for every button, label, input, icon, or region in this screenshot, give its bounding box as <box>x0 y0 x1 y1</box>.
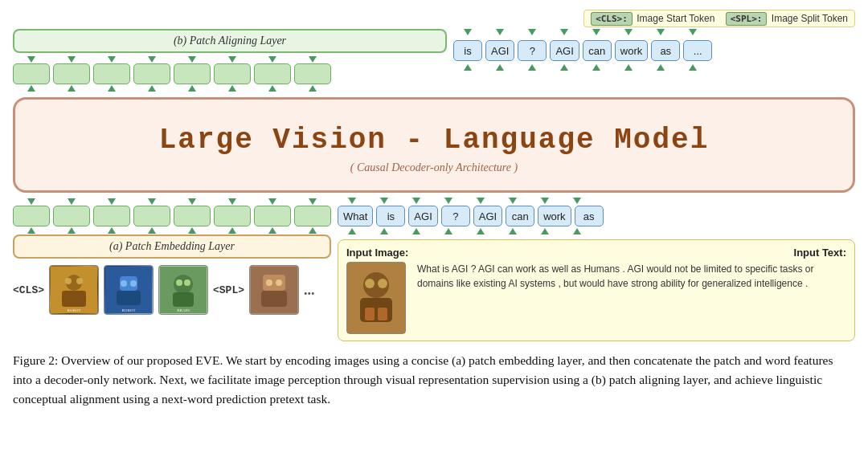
arrow-down <box>228 198 236 205</box>
svg-point-9 <box>121 280 127 287</box>
arrow-cell <box>646 64 675 71</box>
text-token-as: as <box>575 206 604 226</box>
svg-point-21 <box>266 279 272 286</box>
green-token <box>174 206 211 226</box>
arrow-down <box>689 29 697 35</box>
patch-aligning-container: (b) Patch Aligning Layer <box>13 29 447 53</box>
text-token-agi: AGI <box>408 206 437 226</box>
svg-rect-28 <box>365 308 375 320</box>
spl-legend-desc: Image Split Token <box>772 13 848 24</box>
arrow-down <box>624 29 633 35</box>
text-token-agi2: AGI <box>473 206 502 226</box>
text-token-as: as <box>651 40 680 61</box>
arrow-cell <box>93 56 130 63</box>
arrow-cell <box>550 29 579 35</box>
text-token-dots: ... <box>683 40 712 61</box>
arrow-down <box>108 198 116 205</box>
cls-legend-token: <CLS>: <box>591 12 633 26</box>
model-title: Large Vision - Language Model <box>31 124 837 157</box>
input-image-placeholder <box>346 262 406 334</box>
arrow-up <box>477 228 485 234</box>
svg-rect-2 <box>62 291 86 307</box>
arrow-cell <box>133 198 170 205</box>
arrow-up <box>496 64 504 71</box>
green-token <box>174 63 211 84</box>
arrow-cell <box>254 85 291 92</box>
arrow-cell <box>402 228 431 234</box>
arrow-cell <box>518 29 547 35</box>
svg-rect-20 <box>261 291 287 307</box>
green-token <box>133 63 170 84</box>
patch-aligning-left: (b) Patch Aligning Layer <box>13 29 447 92</box>
arrow-up <box>657 64 665 71</box>
arrow-cell <box>434 228 463 234</box>
arrow-up <box>689 64 697 71</box>
top-section: (b) Patch Aligning Layer <box>13 29 855 92</box>
text-token-can: can <box>583 40 612 61</box>
arrow-cell <box>53 85 90 92</box>
arrow-cell <box>13 85 50 92</box>
svg-text:ROBOT: ROBOT <box>122 308 136 312</box>
model-box: Large Vision - Language Model ( Causal D… <box>13 97 855 193</box>
arrow-up <box>27 85 35 92</box>
bottom-arrows-up <box>13 227 331 234</box>
arrow-down <box>228 56 236 63</box>
arrow-up <box>380 228 388 234</box>
arrow-cell <box>53 227 90 234</box>
arrow-down <box>464 29 472 35</box>
arrow-cell <box>174 198 211 205</box>
arrow-cell <box>530 228 559 234</box>
arrow-cell <box>53 56 90 63</box>
arrow-up <box>541 228 549 234</box>
arrow-down <box>108 56 116 63</box>
text-token-can: can <box>506 206 534 226</box>
arrow-up <box>68 85 76 92</box>
arrow-cell <box>563 228 592 234</box>
svg-point-4 <box>76 278 83 284</box>
green-token <box>294 206 331 226</box>
arrow-up <box>27 227 35 234</box>
bottom-text-arrows-up <box>338 228 855 234</box>
text-token-work: work <box>615 40 648 61</box>
model-subtitle: ( Causal Decoder-only Architecture ) <box>31 161 837 174</box>
input-image-section: Input Image: <box>346 247 411 334</box>
arrow-down <box>444 198 452 204</box>
arrow-down <box>412 198 420 204</box>
arrow-up <box>228 227 236 234</box>
arrow-cell <box>453 29 482 35</box>
spl-token-label: <SPL> <box>213 284 244 296</box>
input-text-content: What is AGI ? AGI can work as well as Hu… <box>417 262 846 291</box>
text-token-is: is <box>376 206 405 226</box>
patch-embedding-container: (a) Patch Embedding Layer <box>13 234 331 259</box>
image-patch-3: BRAIN <box>158 265 208 315</box>
svg-point-10 <box>130 280 137 287</box>
cls-legend-desc: Image Start Token <box>637 13 714 24</box>
arrow-cell <box>614 29 643 35</box>
arrow-up <box>348 228 356 234</box>
svg-text:ROBOT: ROBOT <box>68 308 81 312</box>
arrow-cell <box>214 56 251 63</box>
arrow-cell <box>214 85 251 92</box>
cls-token-label: <CLS> <box>13 284 44 296</box>
arrow-cell <box>518 64 547 71</box>
input-text-header: Input Text: <box>417 247 846 259</box>
arrow-cell <box>214 227 251 234</box>
arrow-cell <box>530 198 559 204</box>
arrow-down <box>68 56 76 63</box>
svg-text:BRAIN: BRAIN <box>177 308 190 312</box>
arrow-cell <box>466 228 495 234</box>
svg-rect-14 <box>173 292 194 307</box>
arrow-cell <box>93 198 130 205</box>
top-text-arrows-up <box>453 64 712 71</box>
arrow-down <box>268 198 276 205</box>
arrow-cell <box>174 85 211 92</box>
arrow-down <box>380 198 388 204</box>
arrow-down <box>528 29 536 35</box>
svg-point-26 <box>365 279 375 288</box>
arrow-cell <box>453 64 482 71</box>
arrow-up <box>188 85 196 92</box>
arrow-down <box>268 56 276 63</box>
arrow-cell <box>254 198 291 205</box>
green-token <box>53 63 90 84</box>
svg-point-16 <box>184 279 190 286</box>
